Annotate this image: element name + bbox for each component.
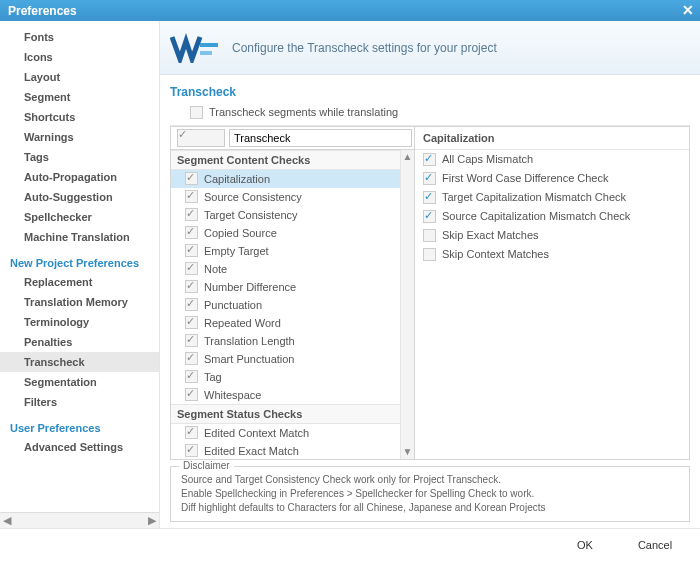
sidebar-item[interactable]: Warnings [0, 127, 159, 147]
check-item-checkbox[interactable] [185, 280, 198, 293]
check-item-label: Smart Punctuation [204, 353, 295, 365]
check-item[interactable]: Punctuation [171, 296, 414, 314]
header-banner: Configure the Transcheck settings for yo… [160, 21, 700, 75]
check-item[interactable]: Capitalization [171, 170, 414, 188]
capitalization-option[interactable]: Source Capitalization Mismatch Check [415, 207, 689, 226]
check-item-label: Empty Target [204, 245, 269, 257]
checks-list-panel: Segment Content ChecksCapitalizationSour… [171, 127, 415, 459]
sidebar-heading: User Preferences [0, 412, 159, 437]
check-item-label: Target Consistency [204, 209, 298, 221]
disclaimer-line: Source and Target Consistency Check work… [181, 473, 679, 487]
close-icon[interactable]: ✕ [682, 2, 694, 18]
scroll-up-icon[interactable]: ▲ [401, 150, 414, 164]
search-toggle[interactable] [177, 129, 225, 147]
sidebar-item[interactable]: Terminology [0, 312, 159, 332]
sidebar-item[interactable]: Filters [0, 392, 159, 412]
sidebar-hscrollbar[interactable]: ◀ ▶ [0, 512, 159, 528]
svg-rect-1 [200, 51, 212, 55]
sidebar-item[interactable]: Tags [0, 147, 159, 167]
disclaimer-legend: Disclaimer [179, 460, 234, 471]
capitalization-checkbox[interactable] [423, 248, 436, 261]
check-item[interactable]: Target Consistency [171, 206, 414, 224]
window-title: Preferences [8, 4, 77, 18]
capitalization-label: Source Capitalization Mismatch Check [442, 210, 630, 222]
svg-rect-0 [200, 43, 218, 47]
check-item[interactable]: Smart Punctuation [171, 350, 414, 368]
check-item-label: Translation Length [204, 335, 295, 347]
sidebar-item[interactable]: Layout [0, 67, 159, 87]
capitalization-checkbox[interactable] [423, 210, 436, 223]
check-item-checkbox[interactable] [185, 244, 198, 257]
capitalization-option[interactable]: All Caps Mismatch [415, 150, 689, 169]
sidebar-item[interactable]: Advanced Settings [0, 437, 159, 457]
sidebar-item[interactable]: Segment [0, 87, 159, 107]
sidebar-item[interactable]: Shortcuts [0, 107, 159, 127]
check-item-checkbox[interactable] [185, 226, 198, 239]
ok-button[interactable]: OK [554, 535, 616, 555]
check-item[interactable]: Tag [171, 368, 414, 386]
sidebar-item[interactable]: Machine Translation [0, 227, 159, 247]
check-group-heading: Segment Content Checks [171, 150, 414, 170]
sidebar-item[interactable]: Auto-Propagation [0, 167, 159, 187]
check-item-label: Punctuation [204, 299, 262, 311]
scroll-right-icon[interactable]: ▶ [147, 514, 157, 527]
check-item-checkbox[interactable] [185, 262, 198, 275]
sidebar-item[interactable]: Transcheck [0, 352, 159, 372]
check-item-checkbox[interactable] [185, 172, 198, 185]
header-tagline: Configure the Transcheck settings for yo… [232, 41, 497, 55]
capitalization-option[interactable]: Target Capitalization Mismatch Check [415, 188, 689, 207]
translate-label: Transcheck segments while translating [209, 106, 398, 118]
check-item[interactable]: Number Difference [171, 278, 414, 296]
scroll-down-icon[interactable]: ▼ [401, 445, 414, 459]
check-item-label: Edited Context Match [204, 427, 309, 439]
capitalization-checkbox[interactable] [423, 172, 436, 185]
check-item[interactable]: Edited Context Match [171, 424, 414, 442]
check-item[interactable]: Source Consistency [171, 188, 414, 206]
panels: Segment Content ChecksCapitalizationSour… [170, 126, 690, 460]
capitalization-label: Skip Exact Matches [442, 229, 539, 241]
check-item-checkbox[interactable] [185, 190, 198, 203]
check-item[interactable]: Empty Target [171, 242, 414, 260]
sidebar-item[interactable]: Replacement [0, 272, 159, 292]
check-item-checkbox[interactable] [185, 388, 198, 401]
sidebar-item[interactable]: Fonts [0, 27, 159, 47]
check-item[interactable]: Translation Length [171, 332, 414, 350]
sidebar-item[interactable]: Segmentation [0, 372, 159, 392]
capitalization-checkbox[interactable] [423, 229, 436, 242]
sidebar-item[interactable]: Auto-Suggestion [0, 187, 159, 207]
check-item[interactable]: Edited Exact Match [171, 442, 414, 459]
sidebar-item[interactable]: Spellchecker [0, 207, 159, 227]
scroll-left-icon[interactable]: ◀ [2, 514, 12, 527]
cancel-button[interactable]: Cancel [624, 535, 686, 555]
sidebar-heading: New Project Preferences [0, 247, 159, 272]
sidebar-item[interactable]: Icons [0, 47, 159, 67]
check-item-checkbox[interactable] [185, 426, 198, 439]
check-item-checkbox[interactable] [185, 316, 198, 329]
titlebar: Preferences ✕ [0, 0, 700, 21]
main-panel: Configure the Transcheck settings for yo… [160, 21, 700, 528]
capitalization-checkbox[interactable] [423, 153, 436, 166]
capitalization-option[interactable]: First Word Case Difference Check [415, 169, 689, 188]
list-scrollbar[interactable]: ▲ ▼ [400, 150, 414, 459]
sidebar: FontsIconsLayoutSegmentShortcutsWarnings… [0, 21, 160, 528]
sidebar-item[interactable]: Penalties [0, 332, 159, 352]
capitalization-option[interactable]: Skip Context Matches [415, 245, 689, 264]
check-item-checkbox[interactable] [185, 298, 198, 311]
sidebar-item[interactable]: Translation Memory [0, 292, 159, 312]
check-item-checkbox[interactable] [185, 208, 198, 221]
check-item-checkbox[interactable] [185, 334, 198, 347]
translate-checkbox[interactable] [190, 106, 203, 119]
check-group-heading: Segment Status Checks [171, 404, 414, 424]
wordfast-logo [170, 33, 222, 63]
check-item-checkbox[interactable] [185, 370, 198, 383]
capitalization-option[interactable]: Skip Exact Matches [415, 226, 689, 245]
check-item-checkbox[interactable] [185, 444, 198, 457]
capitalization-checkbox[interactable] [423, 191, 436, 204]
check-item[interactable]: Repeated Word [171, 314, 414, 332]
search-input[interactable] [229, 129, 412, 147]
footer: OK Cancel [0, 528, 700, 561]
check-item[interactable]: Copied Source [171, 224, 414, 242]
check-item[interactable]: Note [171, 260, 414, 278]
check-item-checkbox[interactable] [185, 352, 198, 365]
check-item[interactable]: Whitespace [171, 386, 414, 404]
